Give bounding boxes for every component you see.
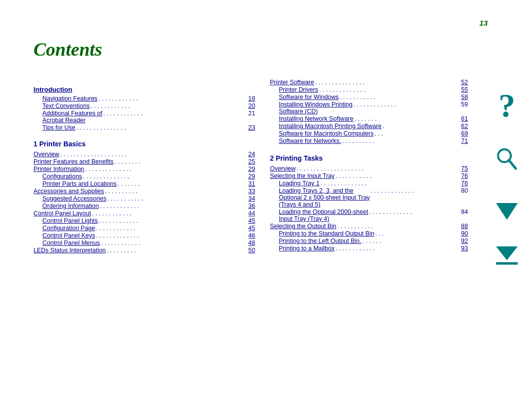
section-header-printer-basics[interactable]: 1 Printer Basics: [33, 140, 255, 148]
toc-link[interactable]: Loading the Optional 2000-sheetInput Tra…: [279, 208, 368, 222]
list-item[interactable]: Tips for Use . . . . . . . . . . . . . .…: [33, 124, 255, 131]
search-icon[interactable]: [496, 147, 518, 173]
toc-link[interactable]: Control Panel Menus: [42, 240, 100, 246]
section-header-introduction[interactable]: Introduction: [33, 86, 255, 93]
page-number: 13: [479, 19, 488, 27]
list-item[interactable]: Printer Parts and Locations . . . . . . …: [33, 180, 255, 187]
toc-link[interactable]: Installing Network Software: [279, 115, 353, 122]
toc-link[interactable]: Selecting the Input Tray: [270, 172, 334, 179]
section-introduction: Introduction Navigation Features . . . .…: [33, 86, 255, 131]
list-item[interactable]: Control Panel Keys . . . . . . . . . . .…: [33, 232, 255, 239]
toc-link[interactable]: Loading Trays 2, 3, and theOptional 2 x …: [279, 187, 370, 208]
list-item[interactable]: Software for Windows . . . . . . . . . .…: [270, 94, 468, 101]
toc-link[interactable]: Configurations: [42, 173, 82, 180]
list-item[interactable]: Accessories and Supplies . . . . . . . .…: [33, 188, 255, 195]
list-item[interactable]: Additional Features ofAcrobat Reader . .…: [33, 110, 255, 124]
toc-link[interactable]: Navigation Features: [42, 95, 98, 102]
section-header-printing-tasks[interactable]: 2 Printing Tasks: [270, 154, 468, 162]
sidebar-icons: ?: [496, 84, 518, 268]
list-item[interactable]: Ordering Information . . . . . . . . . .…: [33, 203, 255, 209]
toc-link[interactable]: Printer Information: [33, 166, 84, 172]
list-item[interactable]: Printer Information . . . . . . . . . . …: [33, 166, 255, 172]
list-item[interactable]: Selecting the Input Tray . . . . . . . .…: [270, 172, 468, 179]
toc-link[interactable]: Ordering Information: [42, 203, 99, 209]
svg-marker-2: [496, 203, 518, 220]
list-item[interactable]: Installing Network Software . . . . . . …: [270, 115, 468, 122]
list-item[interactable]: Printing to the Left Output Bin. . . . .…: [270, 238, 468, 244]
list-item[interactable]: Installing Macintosh Printing Software .…: [270, 123, 468, 130]
toc-link[interactable]: Printing to the Standard Output Bin: [279, 230, 374, 237]
page-title: Contents: [33, 38, 102, 60]
toc-link[interactable]: Tips for Use: [42, 124, 75, 131]
section-printer-software: Printer Software . . . . . . . . . . . .…: [270, 79, 468, 144]
list-item[interactable]: Configuration Page . . . . . . . . . . .…: [33, 225, 255, 232]
list-item[interactable]: Printer Features and Benefits . . . . . …: [33, 158, 255, 165]
toc-link[interactable]: Software for Macintosh Computers: [279, 130, 373, 137]
list-item[interactable]: Printer Drivers . . . . . . . . . . . . …: [270, 86, 468, 93]
toc-link[interactable]: Additional Features ofAcrobat Reader: [42, 110, 102, 124]
svg-line-1: [509, 160, 516, 169]
toc-link[interactable]: Printing to a Mailbox: [279, 245, 334, 252]
list-item[interactable]: Navigation Features . . . . . . . . . . …: [33, 95, 255, 102]
toc-link[interactable]: Printing to the Left Output Bin.: [279, 238, 361, 244]
section-printing-tasks: 2 Printing Tasks Overview . . . . . . . …: [270, 154, 468, 252]
list-item[interactable]: Software for Networks. . . . . . . . . .…: [270, 137, 468, 144]
left-column: Introduction Navigation Features . . . .…: [33, 79, 255, 254]
toc-link[interactable]: Printer Drivers: [279, 86, 318, 93]
list-item[interactable]: LEDs Status Interpretation . . . . . . .…: [33, 247, 255, 254]
section-printer-basics: 1 Printer Basics Overview . . . . . . . …: [33, 140, 255, 254]
list-item[interactable]: Configurations . . . . . . . . . . . . .…: [33, 173, 255, 180]
toc-link[interactable]: Suggested Accessories: [42, 195, 106, 202]
svg-rect-4: [496, 262, 518, 265]
list-item[interactable]: Printing to the Standard Output Bin . . …: [270, 230, 468, 237]
right-column: Printer Software . . . . . . . . . . . .…: [255, 79, 468, 254]
toc-link[interactable]: Installing Macintosh Printing Software: [279, 123, 381, 130]
toc-link[interactable]: Selecting the Output Bin: [270, 223, 336, 230]
list-item[interactable]: Overview . . . . . . . . . . . . . . . .…: [33, 151, 255, 158]
toc-link[interactable]: LEDs Status Interpretation: [33, 247, 106, 254]
svg-marker-3: [496, 246, 518, 260]
list-item[interactable]: Printing to a Mailbox . . . . . . . . . …: [270, 245, 468, 252]
toc-link[interactable]: Control Panel Layout: [33, 210, 91, 217]
toc-link[interactable]: Printer Software: [270, 79, 314, 86]
list-item[interactable]: Suggested Accessories . . . . . . . . . …: [33, 195, 255, 202]
toc-link[interactable]: Control Panel Lights: [42, 217, 98, 224]
toc-link[interactable]: Installing Windows PrintingSoftware (CD): [279, 101, 352, 115]
list-item[interactable]: Software for Macintosh Computers . . . 6…: [270, 130, 468, 137]
toc-link[interactable]: Printer Features and Benefits: [33, 158, 114, 165]
help-icon[interactable]: ?: [499, 89, 515, 122]
toc-link[interactable]: Printer Parts and Locations: [42, 180, 117, 187]
list-item[interactable]: Text Conventions . . . . . . . . . . . .…: [33, 103, 255, 109]
toc-link[interactable]: Loading Tray 1: [279, 180, 320, 187]
list-item[interactable]: Installing Windows PrintingSoftware (CD)…: [270, 101, 468, 115]
list-item[interactable]: Printer Software . . . . . . . . . . . .…: [270, 79, 468, 86]
toc-link[interactable]: Overview: [33, 151, 59, 158]
toc-link[interactable]: Accessories and Supplies: [33, 188, 104, 195]
list-item[interactable]: Control Panel Lights . . . . . . . . . .…: [33, 217, 255, 224]
list-item[interactable]: Loading the Optional 2000-sheetInput Tra…: [270, 208, 468, 222]
list-item[interactable]: Loading Trays 2, 3, and theOptional 2 x …: [270, 187, 468, 208]
list-item[interactable]: Overview . . . . . . . . . . . . . . . .…: [270, 165, 468, 172]
toc-link[interactable]: Software for Networks.: [279, 137, 341, 144]
main-content: Introduction Navigation Features . . . .…: [33, 79, 468, 254]
list-item[interactable]: Control Panel Menus . . . . . . . . . . …: [33, 240, 255, 246]
arrow-down-icon[interactable]: [496, 203, 518, 222]
arrow-down-line-icon[interactable]: [496, 246, 518, 268]
list-item[interactable]: Control Panel Layout . . . . . . . . . .…: [33, 210, 255, 217]
toc-link[interactable]: Configuration Page: [42, 225, 95, 232]
list-item[interactable]: Loading Tray 1 . . . . . . . . . . . . .…: [270, 180, 468, 187]
toc-link[interactable]: Control Panel Keys: [42, 232, 95, 239]
toc-link[interactable]: Overview: [270, 165, 296, 172]
toc-link[interactable]: Text Conventions: [42, 103, 90, 109]
toc-link[interactable]: Software for Windows: [279, 94, 339, 101]
list-item[interactable]: Selecting the Output Bin . . . . . . . .…: [270, 223, 468, 230]
